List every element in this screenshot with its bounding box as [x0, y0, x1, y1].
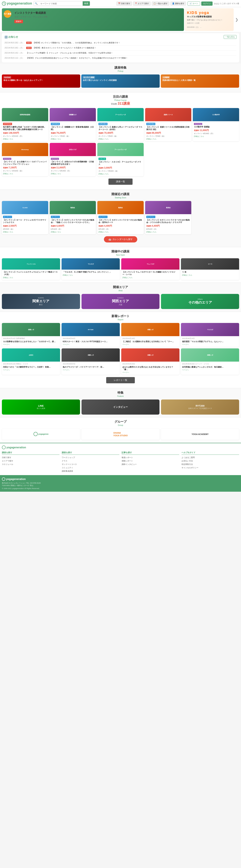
course-detail-link[interactable]: 詳細はこちら — [146, 138, 191, 140]
feature-line[interactable]: LINE 友だち追加 — [2, 400, 80, 414]
report-list-button[interactable]: レポート一覧 — [106, 377, 135, 383]
area-kansai-text: KANSAI 関西エリア 大阪 — [112, 297, 129, 306]
banner-youtube[interactable]: YouTube 有名ヨガ講師に学べる！あなたをレイアップ！ — [2, 74, 80, 88]
course-detail-link[interactable]: 詳細はこちら — [51, 138, 95, 140]
course-card[interactable]: 筋膜リリース 指導者養成 【オンライン】 筋膜リリースヨガ指導者講座 (日程第1… — [145, 108, 192, 142]
hero-sub-banner[interactable]: KIDS yoga キッズヨガ指導者養成講座 指導で稼ぐ！子どもに広もりやりがい… — [185, 8, 234, 31]
footer-nav-item[interactable]: 講師養成講座 — [62, 469, 119, 473]
report-card[interactable]: お役立 2021年04月12日 阿田心・スコラ 内田かつのり「ヨガ解剖学学セラピ… — [2, 348, 60, 375]
open-course-card[interactable]: マルヨガ 「マルヨガ、3ヶ月集中 実践プログラム（オンライン）」 詳細はこちら — [62, 258, 120, 280]
featured-count: 登録数 311講座 — [2, 101, 239, 106]
area-kanto[interactable]: KANTO 関東エリア 東京 — [2, 294, 80, 309]
open-course-card[interactable]: コース リ 体 詳細はこちら — [181, 258, 239, 280]
report-card[interactable]: 体験レポ 2021年05月15日 ルーシー・ジリカ 自宅実施に最適なアシュタンガ… — [181, 348, 239, 375]
feature-ryt[interactable]: RYT200 全米スタライブ正式認定コース — [161, 400, 239, 414]
footer-nav-item[interactable]: 日程で探す — [2, 456, 60, 459]
course-detail-link[interactable]: 詳細はこちら — [3, 138, 47, 140]
footer-nav-item[interactable]: サンドートコース — [62, 463, 119, 466]
feature-interview[interactable]: インタビュー — [81, 400, 160, 414]
course-detail-link[interactable]: 詳細はこちら — [51, 173, 95, 175]
near-course-card[interactable]: 勉強会 オンライン 【オンライン】ヨガインストラクターのための勉強会：「初級イン… — [50, 201, 96, 234]
notice-more-button[interactable]: 一覧を見る — [224, 35, 237, 39]
footer-nav-item[interactable]: 講師インタビュー — [122, 463, 179, 466]
area-other-text: Others その他のエリア — [188, 298, 212, 305]
hero-main-banner[interactable]: 917 講座 インストラクター養成講座 ヨガ・ピラティス・アシュタンガ等 開催中 — [2, 8, 184, 31]
course-card[interactable]: Workshop Workshop 【オンライン】 また生物テスト！ヨガ！7 シ… — [2, 143, 48, 176]
near-detail-link[interactable]: 詳細はこちら — [146, 231, 191, 233]
search-button[interactable]: 検索 — [83, 1, 90, 6]
report-more-link[interactable]: ページへ — [63, 343, 118, 346]
open-course-card[interactable]: マムノヨガ 【オンライン】マムノヨガマスター 3ヶ月継続 ヨガメソドロジー・レベ… — [121, 258, 179, 280]
course-list-button[interactable]: 講座一覧 — [108, 179, 133, 185]
footer-nav-item[interactable]: コミュニティ — [62, 466, 119, 469]
course-card[interactable]: 指導者養成講座 指導者養成 毎月選手の優秀な完成「ヨガポーズ100の解決策」特定… — [2, 108, 48, 142]
calendar-button[interactable]: 📅 カレンダーから探す — [104, 236, 137, 243]
hero-arrow[interactable]: ❯ — [234, 8, 239, 31]
open-card-image: マルヨガ — [62, 258, 120, 270]
nav-area[interactable]: 📍 エリアで探す — [133, 1, 150, 6]
featured-title: 注目の講座 — [2, 95, 239, 99]
logo[interactable]: yogageneration — [2, 1, 32, 6]
area-kansai[interactable]: KANSAI 関西エリア 大阪 — [81, 294, 160, 309]
course-detail-link[interactable]: 詳細はこちら — [3, 173, 47, 175]
report-more-link[interactable]: ページへ — [182, 343, 238, 346]
report-more-link[interactable]: ページへ — [3, 369, 59, 371]
report-card[interactable]: RYT200 2021年06月02日 6/26スタート！東京・スタジオ RYT2… — [62, 323, 120, 347]
course-card[interactable]: アーユルヴェーダ スタジオ 【オンライン・スタジオ】 アーユルヴェーダ クラス … — [97, 143, 144, 176]
group-yogageneration[interactable]: yogageneration — [2, 429, 80, 440]
report-more-link[interactable]: ページへ — [123, 343, 178, 346]
report-card[interactable]: マルヨガ 2021年06月14日 福田運営「マルヨガ実践プログラム」なんいい… … — [181, 323, 239, 347]
near-detail-link[interactable]: 詳細はこちら — [51, 231, 95, 233]
open-detail-link[interactable]: 詳細はこちら — [3, 276, 59, 279]
footer-nav-item[interactable]: 報道レポート — [122, 456, 179, 459]
near-badge: オンライン — [3, 216, 12, 218]
report-card[interactable]: 体験レポ 2021年02月10日 指導者養成 ヨガ指導者を目指す人におすすめした… — [2, 323, 60, 347]
report-date: 2021年06月02日 — [63, 337, 118, 340]
near-course-card[interactable]: 勉強会 オンライン 【オンライン】ヨガインストラクターのための勉強会：哲学&テー… — [97, 201, 144, 234]
open-detail-link[interactable]: 詳細はこちら — [63, 274, 118, 276]
course-detail-link[interactable]: 詳細はこちら — [194, 135, 238, 137]
footer-nav-item[interactable]: スケジュール — [2, 463, 60, 466]
course-card[interactable]: ヨガ動作学 Workshop ヨガ動作学 基礎論 受講料 11,000円 オンラ… — [193, 108, 239, 142]
report-card[interactable]: 体験レポ 2021年05月20日 あなたは数学のスタを受けはじるき方法を知ってい… — [121, 348, 179, 375]
report-more-link[interactable]: ページへ — [63, 369, 118, 371]
open-course-title: 【オンライン】フェイシャルナチュラルビューティー養成コース（4 回） — [3, 271, 59, 276]
report-card[interactable]: 体験レポ 2021年06月07日 魚のブラジリーダ・バドドアーナーテーア、芸… … — [62, 348, 120, 375]
course-card[interactable]: アールヴェーダ 指導者養成 【オンライン】基礎から学ぶ！アールヴェーダ マスター… — [97, 108, 144, 142]
near-card-image: 勉強会 — [145, 201, 192, 214]
report-card[interactable]: 体験レポ 2021年04月18日 【ご報告】 ヨガ講師の方を受招じる方向性につい… — [121, 323, 179, 347]
report-more-link[interactable]: ページへ — [123, 371, 178, 374]
footer-nav-item[interactable]: キャンセルポリシー — [181, 466, 239, 469]
course-detail-link[interactable]: 詳細はこちら — [99, 173, 142, 175]
open-course-card[interactable]: フェイシャル 【オンライン】フェイシャルナチュラルビューティー養成コース（4 回… — [2, 258, 60, 280]
search-input[interactable] — [39, 2, 83, 5]
near-detail-link[interactable]: 詳細はこちら — [99, 231, 142, 233]
report-more-link[interactable]: ページへ — [3, 343, 59, 346]
area-other[interactable]: Others その他のエリア — [161, 294, 239, 309]
open-detail-link[interactable]: 詳細はこちら — [182, 274, 238, 276]
course-detail-link[interactable]: 詳細はこちら — [99, 138, 142, 140]
report-more-link[interactable]: ページへ — [182, 369, 238, 371]
banner-popular[interactable]: 人気講座 受講者数500名以上！人気ヨガ講座一覧 — [161, 74, 239, 88]
footer-nav-item[interactable]: 特定商取引法 — [181, 463, 239, 466]
group-ohana[interactable]: OHANAYOGA STUDIO — [81, 429, 160, 440]
footer-nav-item[interactable]: ワークショップ — [62, 456, 119, 459]
near-course-card[interactable]: 勉強会 オンライン 【オンライン】ヨガインストラクターのための勉強会：クラスの作… — [145, 201, 192, 234]
login-button[interactable]: ログイン — [201, 1, 213, 6]
near-detail-link[interactable]: 詳細はこちら — [3, 231, 47, 233]
nav-date[interactable]: 📅 日程で探す — [116, 1, 132, 6]
nav-teacher[interactable]: 👤 講師を探す — [170, 1, 186, 6]
footer-nav-item[interactable]: 体験レポート — [122, 459, 179, 463]
cart-button[interactable]: 🛒 カート — [187, 1, 200, 6]
open-detail-link[interactable]: 詳細はこちら — [123, 276, 178, 279]
nav-list[interactable]: 📋 一覧から探す — [152, 1, 169, 6]
banner-online[interactable]: オンライン講座 自宅で受けられる！インライン対応講座 — [81, 74, 160, 88]
course-card[interactable]: 女性カラダ Workshop 【オンライン】 女性のカラダの体理解体験・1月連続… — [50, 143, 96, 176]
course-card[interactable]: 胡蝶蘭ヨガ 指導者養成 【オンライン】 胡蝶蘭ヨガ！普通者養成講座（1日間） 受… — [50, 108, 96, 142]
group-yoga-academy[interactable]: YOGA ACADEMY — [161, 429, 239, 440]
footer-nav-item[interactable]: よくあるご質問 — [181, 456, 239, 459]
near-course-card[interactable]: CLASS オンライン 【オンライン】ヨーコ・クリシュヨガクラスやマインドルクラ… — [2, 201, 48, 234]
footer-nav-item[interactable]: お支払い方法 — [181, 459, 239, 463]
footer-nav-item[interactable]: クラス — [62, 459, 119, 463]
footer-nav-item[interactable]: エリアで探す — [2, 459, 60, 463]
